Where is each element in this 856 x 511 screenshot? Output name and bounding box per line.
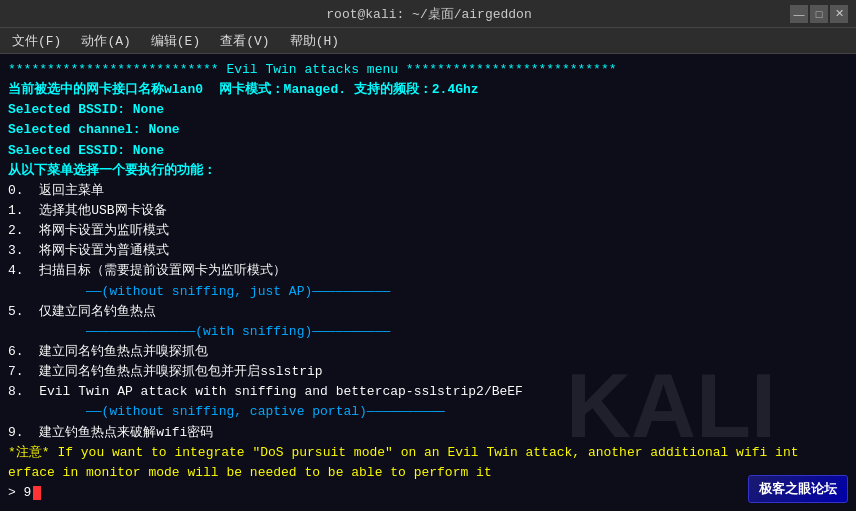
menubar: 文件(F)动作(A)编辑(E)查看(V)帮助(H) [0,28,856,54]
terminal-line: 8. Evil Twin AP attack with sniffing and… [8,382,848,402]
terminal-line: 2. 将网卡设置为监听模式 [8,221,848,241]
menu-item[interactable]: 文件(F) [4,30,69,52]
terminal-content[interactable]: KALI *************************** Evil Tw… [0,54,856,511]
terminal-line: Selected BSSID: None [8,100,848,120]
close-button[interactable]: ✕ [830,5,848,23]
window-title: root@kali: ~/桌面/airgeddon [68,5,790,23]
terminal-line: 从以下菜单选择一个要执行的功能： [8,161,848,181]
titlebar: root@kali: ~/桌面/airgeddon — □ ✕ [0,0,856,28]
maximize-button[interactable]: □ [810,5,828,23]
window-controls: — □ ✕ [790,5,848,23]
menu-item[interactable]: 帮助(H) [282,30,347,52]
terminal-line: 6. 建立同名钓鱼热点并嗅探抓包 [8,342,848,362]
menu-item[interactable]: 动作(A) [73,30,138,52]
terminal-line: *注意* If you want to integrate "DoS pursu… [8,443,848,463]
terminal-line: 5. 仅建立同名钓鱼热点 [8,302,848,322]
terminal-line: 7. 建立同名钓鱼热点并嗅探抓包包并开启sslstrip [8,362,848,382]
terminal-line: > 9 [8,483,848,503]
terminal-line: ——(without sniffing, captive portal)————… [8,402,848,422]
terminal-window: root@kali: ~/桌面/airgeddon — □ ✕ 文件(F)动作(… [0,0,856,511]
terminal-line: 4. 扫描目标（需要提前设置网卡为监听模式） [8,261,848,281]
terminal-line: 当前被选中的网卡接口名称wlan0 网卡模式：Managed. 支持的频段：2.… [8,80,848,100]
terminal-cursor [33,486,41,500]
minimize-button[interactable]: — [790,5,808,23]
terminal-output: *************************** Evil Twin at… [8,60,848,503]
terminal-line: ——(without sniffing, just AP)—————————— [8,282,848,302]
terminal-line: 9. 建立钓鱼热点来破解wifi密码 [8,423,848,443]
forum-badge: 极客之眼论坛 [748,475,848,503]
terminal-line: Selected channel: None [8,120,848,140]
terminal-line: 0. 返回主菜单 [8,181,848,201]
terminal-line: 3. 将网卡设置为普通模式 [8,241,848,261]
terminal-line: *************************** Evil Twin at… [8,60,848,80]
terminal-line: 1. 选择其他USB网卡设备 [8,201,848,221]
terminal-line: ——————————————(with sniffing)—————————— [8,322,848,342]
menu-item[interactable]: 查看(V) [212,30,277,52]
terminal-line: Selected ESSID: None [8,141,848,161]
menu-item[interactable]: 编辑(E) [143,30,208,52]
terminal-line: erface in monitor mode will be needed to… [8,463,848,483]
